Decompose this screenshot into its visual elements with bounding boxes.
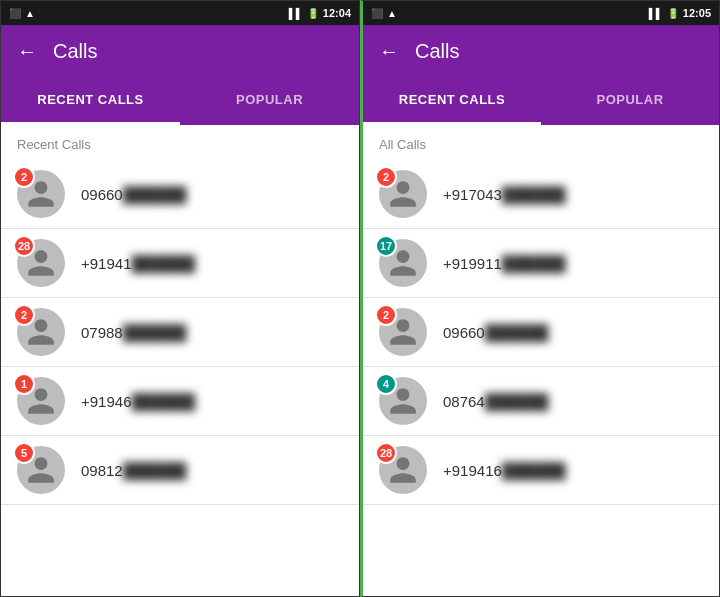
phone-panel-2: ⬛ ▲ ▌▌ 🔋 12:05 ← Calls RECENT CALLS POPU… [360,0,720,597]
screenshot-icon: ⬛ [9,8,21,19]
call-item-1-1[interactable]: 28 +91941██████ [1,229,359,298]
avatar-container-2-4: 28 [379,446,427,494]
avatar-container-1-4: 5 [17,446,65,494]
avatar-container-2-2: 2 [379,308,427,356]
status-bar-2: ⬛ ▲ ▌▌ 🔋 12:05 [363,1,719,25]
app-title-1: Calls [53,40,97,63]
section-label-2: All Calls [363,125,719,160]
badge-2-4: 28 [375,442,397,464]
avatar-container-2-3: 4 [379,377,427,425]
status-bar-right-1: ▌▌ 🔋 12:04 [289,7,351,19]
call-item-1-0[interactable]: 2 09660██████ [1,160,359,229]
wifi-icon: ▲ [25,8,35,19]
signal-icon-2: ▌▌ [649,8,663,19]
content-1: Recent Calls 2 09660██████ 28 +91941████… [1,125,359,596]
avatar-container-1-2: 2 [17,308,65,356]
call-number-2-2: 09660██████ [443,324,548,341]
avatar-container-1-0: 2 [17,170,65,218]
tab-popular-2[interactable]: POPULAR [541,77,719,125]
call-item-2-2[interactable]: 2 09660██████ [363,298,719,367]
call-number-2-1: +919911██████ [443,255,566,272]
call-number-2-4: +919416██████ [443,462,566,479]
status-time-1: 12:04 [323,7,351,19]
status-bar-1: ⬛ ▲ ▌▌ 🔋 12:04 [1,1,359,25]
tab-recent-calls-1[interactable]: RECENT CALLS [1,77,180,125]
call-number-1-0: 09660██████ [81,186,186,203]
phone-panel-1: ⬛ ▲ ▌▌ 🔋 12:04 ← Calls RECENT CALLS POPU… [0,0,360,597]
tab-recent-calls-2[interactable]: RECENT CALLS [363,77,541,125]
tabs-1: RECENT CALLS POPULAR [1,77,359,125]
badge-1-1: 28 [13,235,35,257]
app-bar-1: ← Calls [1,25,359,77]
back-button-1[interactable]: ← [17,40,37,63]
call-number-1-1: +91941██████ [81,255,195,272]
call-item-1-4[interactable]: 5 09812██████ [1,436,359,505]
call-number-2-0: +917043██████ [443,186,566,203]
badge-1-4: 5 [13,442,35,464]
badge-1-0: 2 [13,166,35,188]
call-item-2-4[interactable]: 28 +919416██████ [363,436,719,505]
call-item-2-0[interactable]: 2 +917043██████ [363,160,719,229]
badge-2-3: 4 [375,373,397,395]
badge-2-0: 2 [375,166,397,188]
call-item-1-2[interactable]: 2 07988██████ [1,298,359,367]
call-item-1-3[interactable]: 1 +91946██████ [1,367,359,436]
content-2: All Calls 2 +917043██████ 17 +919911████… [363,125,719,596]
signal-icon: ▌▌ [289,8,303,19]
status-bar-left-1: ⬛ ▲ [9,8,35,19]
call-item-2-3[interactable]: 4 08764██████ [363,367,719,436]
tabs-2: RECENT CALLS POPULAR [363,77,719,125]
section-label-1: Recent Calls [1,125,359,160]
status-bar-left-2: ⬛ ▲ [371,8,397,19]
avatar-container-2-0: 2 [379,170,427,218]
call-item-2-1[interactable]: 17 +919911██████ [363,229,719,298]
status-bar-right-2: ▌▌ 🔋 12:05 [649,7,711,19]
app-bar-2: ← Calls [363,25,719,77]
battery-icon: 🔋 [307,8,319,19]
call-number-2-3: 08764██████ [443,393,548,410]
back-button-2[interactable]: ← [379,40,399,63]
call-number-1-3: +91946██████ [81,393,195,410]
screenshot-icon-2: ⬛ [371,8,383,19]
avatar-container-1-3: 1 [17,377,65,425]
badge-1-2: 2 [13,304,35,326]
badge-2-1: 17 [375,235,397,257]
tab-popular-1[interactable]: POPULAR [180,77,359,125]
call-number-1-2: 07988██████ [81,324,186,341]
battery-icon-2: 🔋 [667,8,679,19]
call-number-1-4: 09812██████ [81,462,186,479]
avatar-container-1-1: 28 [17,239,65,287]
app-title-2: Calls [415,40,459,63]
wifi-icon-2: ▲ [387,8,397,19]
avatar-container-2-1: 17 [379,239,427,287]
status-time-2: 12:05 [683,7,711,19]
badge-2-2: 2 [375,304,397,326]
badge-1-3: 1 [13,373,35,395]
